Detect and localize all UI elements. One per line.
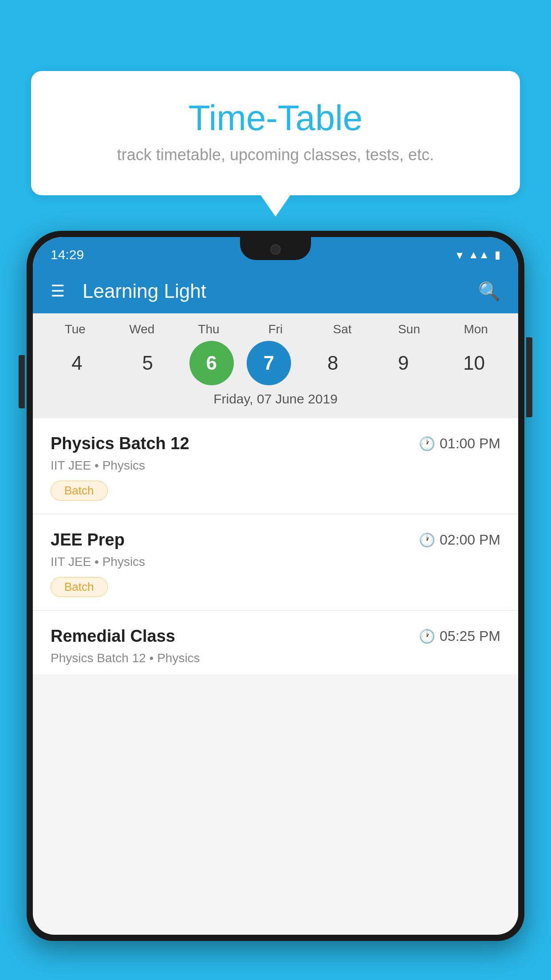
- schedule-item-1-subtitle: IIT JEE • Physics: [51, 458, 500, 473]
- schedule-item-1[interactable]: Physics Batch 12 🕐 01:00 PM IIT JEE • Ph…: [33, 418, 518, 514]
- day-sun: Sun: [380, 322, 438, 336]
- front-camera: [270, 244, 281, 255]
- date-4[interactable]: 4: [48, 341, 106, 385]
- schedule-list: Physics Batch 12 🕐 01:00 PM IIT JEE • Ph…: [33, 418, 518, 674]
- clock-icon-3: 🕐: [419, 628, 435, 644]
- tooltip-title: Time-Table: [67, 98, 484, 138]
- schedule-item-2-badge: Batch: [51, 577, 108, 597]
- schedule-item-3-time-text: 05:25 PM: [440, 628, 500, 644]
- schedule-item-3[interactable]: Remedial Class 🕐 05:25 PM Physics Batch …: [33, 611, 518, 674]
- schedule-item-1-time: 🕐 01:00 PM: [419, 435, 500, 452]
- search-icon[interactable]: 🔍: [478, 281, 500, 302]
- schedule-item-1-badge: Batch: [51, 481, 108, 501]
- day-thu: Thu: [180, 322, 237, 336]
- schedule-item-3-time: 🕐 05:25 PM: [419, 628, 500, 644]
- schedule-item-2-time-text: 02:00 PM: [440, 532, 500, 548]
- date-5[interactable]: 5: [119, 341, 177, 385]
- calendar-dates: 4 5 6 7 8 9 10: [42, 341, 509, 385]
- app-bar: ☰ Learning Light 🔍: [33, 269, 518, 313]
- day-fri: Fri: [247, 322, 304, 336]
- schedule-item-3-title: Remedial Class: [51, 627, 175, 646]
- wifi-icon: ▾: [457, 248, 463, 262]
- schedule-item-2-subtitle: IIT JEE • Physics: [51, 555, 500, 569]
- status-time: 14:29: [51, 247, 84, 262]
- date-6-today[interactable]: 6: [189, 341, 234, 385]
- hamburger-icon[interactable]: ☰: [51, 283, 65, 299]
- clock-icon-2: 🕐: [419, 532, 435, 548]
- date-10[interactable]: 10: [445, 341, 503, 385]
- status-icons: ▾ ▲▲ ▮: [457, 248, 500, 262]
- schedule-item-1-header: Physics Batch 12 🕐 01:00 PM: [51, 434, 500, 453]
- clock-icon-1: 🕐: [419, 436, 435, 451]
- schedule-item-1-title: Physics Batch 12: [51, 434, 189, 453]
- day-wed: Wed: [113, 322, 171, 336]
- date-9[interactable]: 9: [374, 341, 432, 385]
- schedule-item-2[interactable]: JEE Prep 🕐 02:00 PM IIT JEE • Physics Ba…: [33, 514, 518, 611]
- app-title: Learning Light: [83, 280, 478, 302]
- schedule-item-2-time: 🕐 02:00 PM: [419, 532, 500, 548]
- date-7-selected[interactable]: 7: [247, 341, 291, 385]
- tooltip-subtitle: track timetable, upcoming classes, tests…: [67, 146, 484, 164]
- phone-wrapper: 14:29 ▾ ▲▲ ▮ ☰ Learning Light 🔍 Tue Wed …: [27, 231, 524, 980]
- phone-notch: [240, 237, 311, 260]
- tooltip-bubble: Time-Table track timetable, upcoming cla…: [31, 71, 520, 195]
- day-sat: Sat: [314, 322, 371, 336]
- battery-icon: ▮: [495, 249, 500, 261]
- day-mon: Mon: [447, 322, 505, 336]
- calendar-section: Tue Wed Thu Fri Sat Sun Mon 4 5 6 7 8 9 …: [33, 313, 518, 418]
- calendar-days-header: Tue Wed Thu Fri Sat Sun Mon: [42, 322, 509, 336]
- schedule-item-2-title: JEE Prep: [51, 530, 125, 549]
- date-8[interactable]: 8: [304, 341, 362, 385]
- selected-date-label: Friday, 07 June 2019: [42, 391, 509, 414]
- schedule-item-3-subtitle: Physics Batch 12 • Physics: [51, 651, 500, 665]
- schedule-item-1-time-text: 01:00 PM: [440, 435, 500, 452]
- tooltip-container: Time-Table track timetable, upcoming cla…: [31, 71, 520, 195]
- schedule-item-3-header: Remedial Class 🕐 05:25 PM: [51, 627, 500, 646]
- phone-screen: 14:29 ▾ ▲▲ ▮ ☰ Learning Light 🔍 Tue Wed …: [33, 237, 518, 935]
- day-tue: Tue: [46, 322, 104, 336]
- phone-outer: 14:29 ▾ ▲▲ ▮ ☰ Learning Light 🔍 Tue Wed …: [27, 231, 524, 941]
- signal-icon: ▲▲: [468, 249, 489, 261]
- schedule-item-2-header: JEE Prep 🕐 02:00 PM: [51, 530, 500, 549]
